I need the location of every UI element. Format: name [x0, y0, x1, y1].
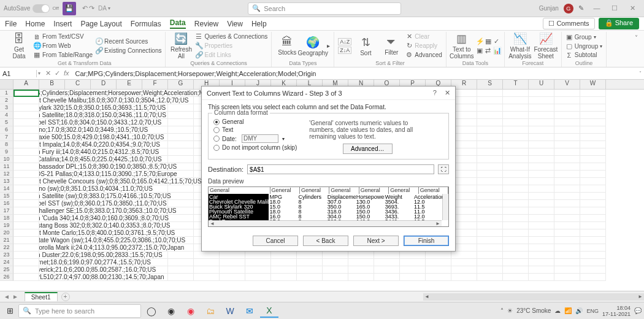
row-header[interactable]: 22	[0, 244, 13, 252]
select-all-corner[interactable]	[0, 80, 13, 89]
column-header[interactable]: E	[117, 80, 142, 89]
cell[interactable]	[503, 141, 529, 148]
subtotal-button[interactable]: ΣSubtotal	[565, 52, 602, 59]
cell[interactable]	[529, 200, 554, 207]
row-header[interactable]: 18	[0, 215, 13, 222]
cell[interactable]	[503, 97, 529, 104]
tab-insert[interactable]: Insert	[53, 20, 72, 28]
radio-general[interactable]: General	[213, 118, 297, 125]
get-data-button[interactable]: 🗄 Get Data	[7, 32, 31, 60]
cell[interactable]	[554, 200, 580, 207]
range-picker-icon[interactable]: ⛶	[438, 164, 449, 174]
cell[interactable]	[297, 259, 323, 266]
radio-date[interactable]: Date:DMY▾	[213, 134, 297, 143]
cell[interactable]	[400, 252, 426, 259]
stocks-button[interactable]: 🏛Stocks	[275, 32, 299, 60]
cell[interactable]	[477, 215, 503, 222]
cell[interactable]	[271, 252, 297, 259]
recent-sources-button[interactable]: 🕘Recent Sources	[95, 37, 161, 45]
cell[interactable]	[13, 252, 39, 259]
cell[interactable]	[374, 266, 400, 274]
cell[interactable]	[13, 237, 39, 244]
from-web-button[interactable]: 🌐From Web	[33, 42, 93, 50]
redo-icon[interactable]: ↷	[89, 4, 94, 12]
properties-button[interactable]: 🔧Properties	[195, 42, 267, 50]
cell[interactable]	[348, 266, 374, 274]
cell[interactable]	[580, 163, 606, 171]
cell[interactable]	[503, 112, 529, 119]
cell[interactable]	[503, 163, 529, 171]
cell[interactable]	[477, 97, 503, 104]
sort-az-icon[interactable]: A↓Z	[338, 38, 351, 45]
consolidate-icon[interactable]: ▣	[476, 47, 483, 55]
cell[interactable]	[168, 215, 194, 222]
cell[interactable]	[13, 134, 39, 141]
tab-data[interactable]: Data	[170, 18, 186, 29]
cell[interactable]	[168, 148, 194, 156]
whatif-button[interactable]: 📉What-If Analysis	[508, 32, 532, 60]
preview-column-header[interactable]: General	[359, 187, 389, 194]
cell[interactable]	[554, 156, 580, 163]
cell[interactable]	[554, 178, 580, 185]
cell[interactable]	[477, 200, 503, 207]
maximize-icon[interactable]: ☐	[607, 4, 623, 12]
cell[interactable]	[503, 222, 529, 229]
cell[interactable]	[529, 237, 554, 244]
cell[interactable]	[323, 274, 348, 281]
cell[interactable]	[503, 207, 529, 215]
cell[interactable]	[477, 141, 503, 148]
flash-fill-icon[interactable]: ⚡	[476, 37, 483, 45]
preview-column-header[interactable]: General	[270, 187, 300, 194]
back-button[interactable]: < Back	[303, 236, 348, 246]
cell[interactable]	[13, 104, 39, 112]
row-header[interactable]: 5	[0, 119, 13, 126]
cell[interactable]	[13, 112, 39, 119]
cell[interactable]	[529, 148, 554, 156]
edit-links-button[interactable]: 🔗Edit Links	[195, 51, 267, 59]
weather-text[interactable]: 23°C Smoke	[516, 307, 551, 314]
preview-scrollbar-v[interactable]	[442, 194, 448, 220]
cell[interactable]	[529, 207, 554, 215]
filter-button[interactable]: ⏷Filter	[380, 32, 403, 60]
refresh-all-button[interactable]: 🔄 Refresh All	[169, 32, 193, 60]
cell[interactable]	[426, 266, 451, 274]
cell[interactable]	[503, 259, 529, 266]
row-header[interactable]: 24	[0, 259, 13, 266]
cell[interactable]	[194, 266, 220, 274]
cell[interactable]	[13, 119, 39, 126]
cell[interactable]	[580, 171, 606, 178]
cell[interactable]	[477, 171, 503, 178]
dialog-help-icon[interactable]: ?	[433, 89, 437, 96]
horizontal-scrollbar[interactable]	[423, 293, 644, 301]
row-header[interactable]: 23	[0, 252, 13, 259]
clear-filter-button[interactable]: ✕Clear	[405, 33, 442, 40]
cell[interactable]	[220, 259, 245, 266]
cell[interactable]	[477, 259, 503, 266]
group-button[interactable]: ▣Group ▾	[565, 33, 602, 41]
row-header[interactable]: 21	[0, 237, 13, 244]
cell[interactable]	[13, 200, 39, 207]
cell[interactable]	[554, 163, 580, 171]
cell[interactable]	[503, 171, 529, 178]
column-header[interactable]: V	[554, 80, 580, 89]
cell[interactable]	[13, 171, 39, 178]
cell[interactable]	[477, 237, 503, 244]
queries-conn-button[interactable]: ☰Queries & Connections	[195, 33, 267, 40]
cell[interactable]	[168, 252, 194, 259]
preview-column[interactable]: Weight3504.3693.3436.3433.3449.	[385, 194, 413, 220]
row-header[interactable]: 7	[0, 134, 13, 141]
column-header[interactable]: B	[39, 80, 65, 89]
cell[interactable]	[323, 266, 348, 274]
cell[interactable]	[477, 207, 503, 215]
radio-text[interactable]: Text	[213, 126, 297, 133]
cell[interactable]	[477, 178, 503, 185]
cell[interactable]	[529, 90, 554, 97]
chrome-icon[interactable]: ◉	[182, 304, 200, 318]
explorer-icon[interactable]: 🗂	[201, 304, 220, 318]
cell[interactable]	[13, 215, 39, 222]
cell[interactable]	[297, 274, 323, 281]
destination-input[interactable]	[247, 164, 434, 174]
tab-review[interactable]: Review	[194, 20, 218, 28]
excel-icon[interactable]: X	[260, 304, 278, 318]
sheet-nav-next-icon[interactable]: ►	[12, 293, 18, 300]
